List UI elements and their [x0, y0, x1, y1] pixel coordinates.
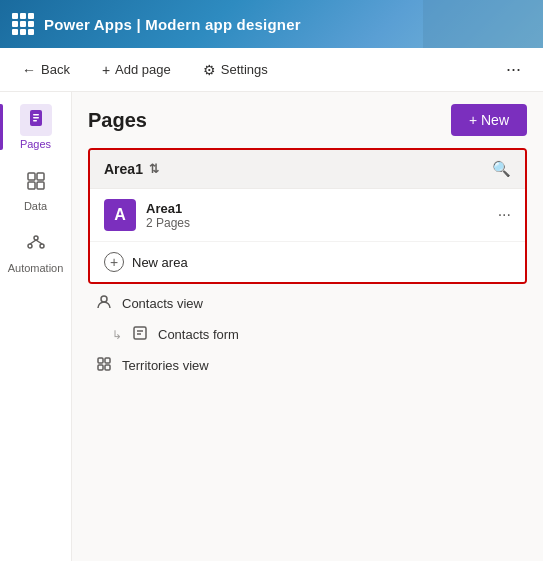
- area-item[interactable]: A Area1 2 Pages ···: [90, 189, 525, 242]
- settings-button[interactable]: ⚙ Settings: [197, 58, 274, 82]
- more-button[interactable]: ···: [500, 57, 527, 82]
- area-avatar: A: [104, 199, 136, 231]
- main-layout: Pages Data: [0, 92, 543, 561]
- svg-line-11: [30, 240, 36, 244]
- form-icon: [132, 325, 148, 344]
- top-bar: Power Apps | Modern app designer: [0, 0, 543, 48]
- svg-point-10: [40, 244, 44, 248]
- area-info: Area1 2 Pages: [146, 201, 498, 230]
- automation-label: Automation: [8, 262, 64, 274]
- new-area-button[interactable]: + New area: [90, 242, 525, 282]
- svg-point-13: [101, 296, 107, 302]
- svg-rect-4: [28, 173, 35, 180]
- pages-label: Pages: [20, 138, 51, 150]
- dropdown-header: Area1 ⇅ 🔍: [90, 150, 525, 189]
- back-arrow-icon: ←: [22, 62, 36, 78]
- page-list: Contacts view ↳ Contacts form: [88, 288, 527, 381]
- page-item-label: Contacts form: [158, 327, 239, 342]
- pages-header: Pages + New: [88, 104, 527, 136]
- data-label: Data: [24, 200, 47, 212]
- dropdown-header-left: Area1 ⇅: [104, 161, 159, 177]
- sidebar-item-pages[interactable]: Pages: [0, 96, 71, 158]
- person-icon: [96, 294, 112, 313]
- svg-rect-7: [37, 182, 44, 189]
- add-page-button[interactable]: + Add page: [96, 58, 177, 82]
- list-item[interactable]: Contacts view: [88, 288, 527, 319]
- svg-rect-1: [33, 114, 39, 116]
- page-item-label: Contacts view: [122, 296, 203, 311]
- automation-icon: [26, 232, 46, 257]
- svg-rect-19: [98, 365, 103, 370]
- list-item[interactable]: Territories view: [88, 350, 527, 381]
- area-pages-count: 2 Pages: [146, 216, 498, 230]
- svg-rect-2: [33, 117, 39, 119]
- gear-icon: ⚙: [203, 62, 216, 78]
- new-button[interactable]: + New: [451, 104, 527, 136]
- svg-rect-17: [98, 358, 103, 363]
- add-page-label: Add page: [115, 62, 171, 77]
- svg-point-8: [34, 236, 38, 240]
- sidebar-item-data[interactable]: Data: [0, 158, 71, 220]
- plus-circle-icon: +: [104, 252, 124, 272]
- svg-rect-6: [28, 182, 35, 189]
- app-grid-icon[interactable]: [12, 13, 34, 35]
- content-area: Pages + New Area1 ⇅ 🔍 A Area1 2 Pages ··…: [72, 92, 543, 561]
- svg-rect-3: [33, 120, 37, 122]
- svg-point-9: [28, 244, 32, 248]
- territories-icon: [96, 356, 112, 375]
- svg-rect-18: [105, 358, 110, 363]
- svg-rect-5: [37, 173, 44, 180]
- new-area-label: New area: [132, 255, 188, 270]
- page-title: Pages: [88, 109, 147, 132]
- plus-icon: +: [102, 62, 110, 78]
- back-label: Back: [41, 62, 70, 77]
- indent-arrow-icon: ↳: [112, 328, 122, 342]
- sidebar-item-automation[interactable]: Automation: [0, 220, 71, 282]
- toolbar: ← Back + Add page ⚙ Settings ···: [0, 48, 543, 92]
- app-title: Power Apps | Modern app designer: [44, 16, 301, 33]
- area-dropdown-popup: Area1 ⇅ 🔍 A Area1 2 Pages ··· + New area: [88, 148, 527, 284]
- area-more-icon[interactable]: ···: [498, 206, 511, 224]
- svg-rect-20: [105, 365, 110, 370]
- search-icon[interactable]: 🔍: [492, 160, 511, 178]
- svg-rect-14: [134, 327, 146, 339]
- data-icon: [26, 170, 46, 195]
- back-button[interactable]: ← Back: [16, 58, 76, 82]
- sidebar: Pages Data: [0, 92, 72, 561]
- settings-label: Settings: [221, 62, 268, 77]
- dropdown-header-title: Area1: [104, 161, 143, 177]
- page-item-label: Territories view: [122, 358, 209, 373]
- chevron-up-down-icon[interactable]: ⇅: [149, 162, 159, 176]
- list-item[interactable]: ↳ Contacts form: [88, 319, 527, 350]
- pages-icon: [26, 108, 46, 133]
- svg-line-12: [36, 240, 42, 244]
- area-name: Area1: [146, 201, 498, 216]
